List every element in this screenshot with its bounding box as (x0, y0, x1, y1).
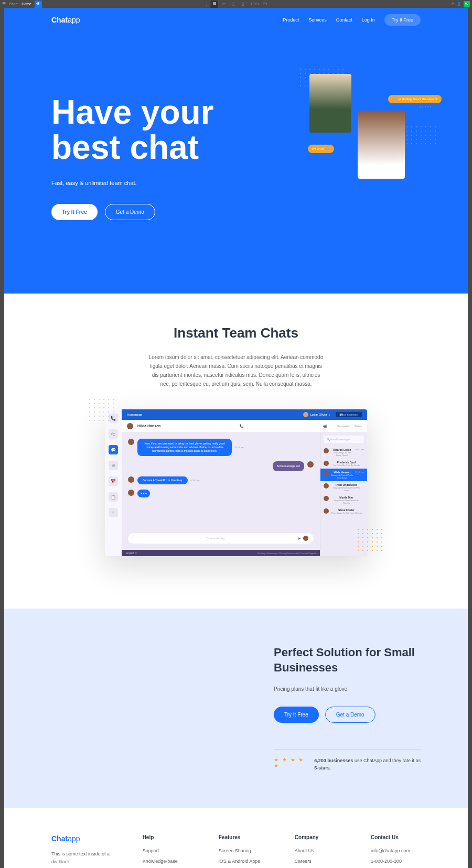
footer-link[interactable]: Screen Sharing (219, 848, 269, 854)
footer-link[interactable]: Knowledge-base (143, 858, 192, 865)
footer-logo[interactable]: Chatapp (51, 834, 116, 843)
star-rating: ★ ★ ★ ★ ★ (274, 757, 307, 768)
chat-message: Now, if you are interested in being the … (137, 439, 232, 456)
desktop-icon[interactable]: 🖥 (211, 1, 218, 8)
page-name[interactable]: Home (22, 2, 31, 6)
footer-heading-company: Company (295, 834, 345, 840)
app-tab: Homepage (127, 413, 142, 416)
dots-decoration (420, 106, 431, 107)
contact-search: 🔍 search messages (324, 436, 364, 443)
canvas-width: 1878 (251, 2, 259, 6)
send-icon: ➤ (297, 536, 301, 541)
navbar: Chatapp Product Services Contact Log In … (4, 8, 468, 32)
video-icon: 📹 (323, 424, 327, 428)
px-label: PX (263, 2, 267, 6)
instant-section: Instant Team Chats Lorem ipsum dolor sit… (4, 294, 468, 609)
contact-item: Myrtle DiazAny Mostly Used Antivirus Rev… (320, 494, 367, 506)
chat-bubble: Hi darling, how's the report? (388, 95, 442, 103)
tablet-portrait-icon[interactable]: ▯ (230, 1, 237, 8)
contact-item: Hilda HansenBecome A Travel Pro In One E… (320, 469, 367, 481)
editor-toolbar: ☰ Page: Home 👁 ⋮ 🖥 ▭ ▯ ▯ 1878 PX ⚠ 👤 W (0, 0, 472, 8)
contact-item: Ryan UnderwoodStep Up Become A Key With … (320, 481, 367, 494)
expertise-badge: 5% of expertise (336, 412, 362, 417)
solution-section: Perfect Solution for Small Businesses Pr… (4, 609, 468, 808)
footer-heading-features: Features (219, 834, 269, 840)
hero-subtitle: Fast, easy & unlimited team chat. (51, 180, 284, 186)
contact-item: Steve FowlerThree Ways To Get Trave Disc… (320, 506, 367, 516)
footer-heading-help: Help (143, 834, 192, 840)
nav-services[interactable]: Services (308, 17, 327, 23)
footer-link[interactable]: Support (143, 848, 192, 854)
footer-desc: This is some text inside of a div block. (51, 850, 116, 865)
publish-badge[interactable]: W (464, 1, 470, 7)
nav-product[interactable]: Product (283, 17, 299, 23)
side-chat-icon: 💬 (109, 445, 118, 454)
divider (274, 749, 421, 750)
side-cal-icon: 📅 (109, 476, 118, 486)
nav-contact[interactable]: Contact (336, 17, 352, 23)
solution-title: Perfect Solution for Small Businesses (274, 645, 421, 675)
dots-decoration (89, 399, 114, 421)
footer-phone: 1-800-200-300 (371, 858, 421, 865)
hero-photo-1 (309, 74, 351, 133)
tablet-icon[interactable]: ▭ (220, 1, 228, 8)
hero-photo-2 (358, 111, 405, 179)
instant-title: Instant Team Chats (51, 325, 421, 341)
footer-link[interactable]: Careers (295, 858, 345, 865)
page-label: Page: (9, 2, 18, 6)
nav-login[interactable]: Log In (362, 17, 375, 23)
side-list-icon: 📋 (109, 492, 118, 502)
dots-decoration (358, 529, 383, 551)
chat-message: Some message text (273, 461, 304, 471)
hero-demo-button[interactable]: Get a Demo (105, 204, 155, 220)
contact-item: Frederick ByrdYou Could Be Cool As Yandi… (320, 459, 367, 469)
canvas: Chatapp Product Services Contact Log In … (4, 8, 468, 868)
solution-demo-button[interactable]: Get a Demo (325, 707, 376, 723)
phone-icon: 📞 (240, 424, 243, 428)
chat-bubble: I'm on it! (308, 145, 334, 153)
avatar (127, 423, 133, 429)
mobile-icon[interactable]: ▯ (239, 1, 246, 8)
more-icon[interactable]: ⋮ (205, 2, 209, 6)
logo[interactable]: Chatapp (51, 16, 80, 24)
solution-try-button[interactable]: Try It Free (274, 707, 319, 723)
user-icon[interactable]: 👤 (457, 2, 462, 6)
hero-title: Have your best chat (51, 95, 284, 165)
chat-message: Become A Travel Pro In One Easy (137, 476, 188, 484)
footer-email[interactable]: info@chatapp.com (371, 848, 421, 854)
chat-contact-name: Hilda Hansen (137, 424, 160, 428)
rating-text: 6,200 businesses use ChatApp and they ra… (314, 757, 421, 772)
footer-heading-contact: Contact Us (371, 834, 421, 840)
solution-subtitle: Pricing plans that fit like a glove. (274, 686, 421, 692)
chat-input: Type something ➤ (128, 533, 314, 544)
contact-item: Ricardo LopezThree Ways To Get Trave Dis… (320, 446, 367, 459)
warning-icon[interactable]: ⚠ (451, 2, 455, 6)
footer: Chatapp This is some text inside of a di… (4, 808, 468, 868)
hamburger-icon[interactable]: ☰ (2, 2, 6, 6)
preview-icon[interactable]: 👁 (35, 1, 42, 8)
footer-link[interactable]: About Us (295, 848, 345, 854)
side-gear-icon: ⚙ (109, 461, 118, 470)
app-screenshot: 📞 🛍 💬 ⚙ 📅 📋 ? Homepage Lottie Oliver› 5%… (105, 409, 367, 556)
footer-link[interactable]: iOS & Android Apps (219, 858, 269, 865)
side-shop-icon: 🛍 (109, 429, 118, 439)
instant-desc: Lorem ipsum dolor sit amet, consectetuer… (147, 353, 325, 388)
nav-cta-button[interactable]: Try It Free (384, 14, 421, 26)
hero-try-button[interactable]: Try It Free (51, 204, 98, 220)
side-help-icon: ? (109, 508, 118, 517)
hero-section: Have your best chat Fast, easy & unlimit… (4, 32, 468, 294)
